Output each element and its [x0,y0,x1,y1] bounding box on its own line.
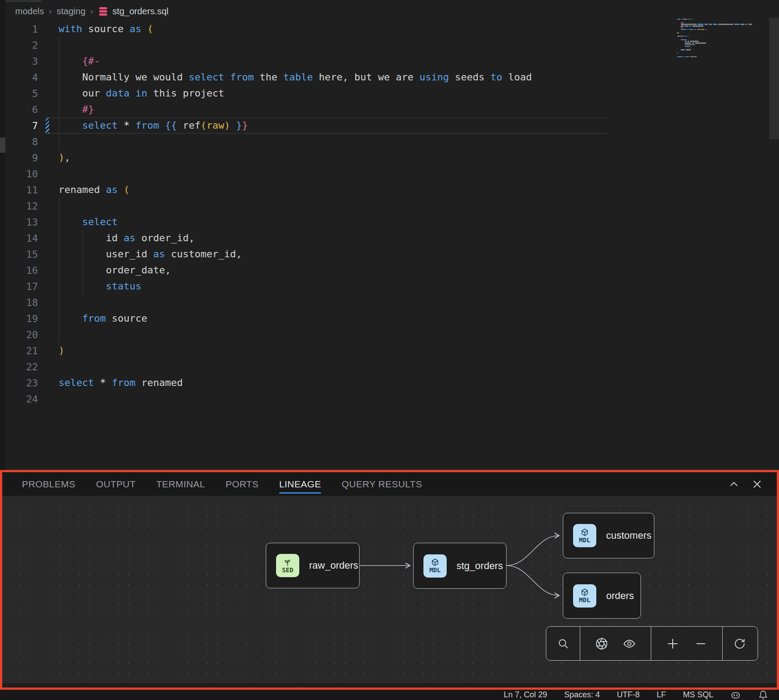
status-indentation[interactable]: Spaces: 4 [564,690,600,700]
chevron-up-icon[interactable] [729,479,739,490]
breadcrumb-file-name[interactable]: stg_orders.sql [113,6,169,17]
code-line[interactable]: 9), [5,150,779,166]
line-number: 13 [5,217,38,228]
code-text[interactable]: user_id as customer_id, [59,246,242,262]
panel-tab-output[interactable]: OUTPUT [96,472,136,496]
status-eol-sequence[interactable]: LF [657,690,666,700]
badge-label: SED [282,567,293,574]
seed-badge: SED [276,554,299,577]
code-line[interactable]: 5 our data in this project [5,85,779,101]
code-text[interactable]: our data in this project [59,85,224,101]
active-tab-top-border [5,0,41,2]
editor-scrollbar-thumb[interactable] [769,18,779,139]
lineage-canvas[interactable]: SED raw_orders MDL stg_orders MDL custom… [2,496,777,687]
code-line[interactable]: 7 select * from {{ ref(raw) }} [5,117,779,134]
line-number: 21 [5,345,38,356]
code-text[interactable]: id as order_id, [59,230,195,246]
code-line[interactable]: 14 id as order_id, [5,230,779,246]
search-icon[interactable] [557,637,570,650]
panel-tab-bar: PROBLEMSOUTPUTTERMINALPORTSLINEAGEQUERY … [2,472,777,496]
code-line[interactable]: 22 [5,359,779,375]
line-number: 9 [5,152,38,163]
code-text[interactable]: #} [59,101,94,117]
panel-header-actions [729,472,762,496]
panel-tab-terminal[interactable]: TERMINAL [156,472,205,496]
line-number: 12 [5,201,38,212]
rail-scrollbar-thumb[interactable] [0,138,5,153]
code-text[interactable]: status [59,278,141,294]
code-line[interactable]: 23select * from renamed [5,375,779,391]
code-line[interactable]: 8 [5,134,779,150]
line-number: 1 [5,24,38,35]
code-line[interactable]: 10 [5,166,779,182]
code-line[interactable]: 16 order_date, [5,262,779,278]
breadcrumb-item-models[interactable]: models [15,6,44,17]
code-text[interactable]: select [59,214,117,230]
panel-tab-ports[interactable]: PORTS [226,472,259,496]
code-text[interactable]: {#- [59,53,100,69]
code-line[interactable]: 3 {#- [5,53,779,69]
node-label: stg_orders [457,560,503,572]
bottom-panel: PROBLEMSOUTPUTTERMINALPORTSLINEAGEQUERY … [0,470,779,690]
code-line[interactable]: 11renamed as ( [5,182,779,198]
sprout-icon [283,558,292,567]
code-lines-container: 1with source as (23 {#-4 Normally we wou… [5,21,779,407]
code-line[interactable]: 24 [5,391,779,407]
panel-tab-query-results[interactable]: QUERY RESULTS [342,472,422,496]
breadcrumb-item-staging[interactable]: staging [57,6,86,17]
lineage-node-customers[interactable]: MDL customers [563,513,654,558]
lineage-node-raw-orders[interactable]: SED raw_orders [266,543,360,588]
code-line[interactable]: 20 [5,327,779,343]
code-line[interactable]: 4 Normally we would select from the tabl… [5,69,779,85]
code-line[interactable]: 21) [5,343,779,359]
code-text[interactable]: select * from renamed [59,375,183,391]
code-line[interactable]: 1with source as ( [5,21,779,37]
code-text[interactable]: Normally we would select from the table … [59,69,532,85]
line-number: 19 [5,313,38,324]
line-number: 15 [5,249,38,260]
aperture-icon[interactable] [595,637,608,650]
code-text[interactable]: ) [59,343,64,359]
lineage-node-orders[interactable]: MDL orders [563,573,641,619]
code-text[interactable]: ), [59,150,71,166]
line-number: 4 [5,72,38,83]
close-icon[interactable] [752,479,762,490]
database-icon [99,7,107,16]
panel-tab-problems[interactable]: PROBLEMS [22,472,75,496]
zoom-in-icon[interactable] [666,637,679,650]
code-line[interactable]: 15 user_id as customer_id, [5,246,779,262]
refresh-icon[interactable] [733,637,746,650]
minimap[interactable] [677,19,757,63]
code-line[interactable]: 6 #} [5,101,779,117]
breadcrumb-separator: › [90,6,93,16]
code-text[interactable]: renamed as ( [59,182,130,198]
node-label: customers [606,530,651,541]
status-language-mode[interactable]: MS SQL [683,690,713,700]
code-line[interactable]: 13 select [5,214,779,230]
code-line[interactable]: 18 [5,294,779,310]
cube-icon [580,528,589,537]
breadcrumb-separator: › [48,6,52,16]
eye-icon[interactable] [623,637,636,650]
lineage-node-stg-orders[interactable]: MDL stg_orders [413,543,507,589]
model-badge: MDL [573,524,596,547]
copilot-icon[interactable] [730,690,741,700]
zoom-out-icon[interactable] [694,637,708,650]
status-encoding[interactable]: UTF-8 [617,690,640,700]
badge-label: MDL [579,537,590,544]
edge-stg-to-customers [507,536,559,566]
code-text[interactable]: select * from {{ ref(raw) }} [59,117,248,134]
status-cursor-position[interactable]: Ln 7, Col 29 [504,690,547,700]
code-text[interactable]: with source as ( [59,21,153,37]
code-line[interactable]: 17 status [5,278,779,294]
code-text[interactable]: from source [59,310,147,327]
bell-icon[interactable] [758,690,768,700]
code-line[interactable]: 12 [5,198,779,214]
code-line[interactable]: 2 [5,37,779,53]
code-line[interactable]: 19 from source [5,310,779,327]
panel-tab-lineage[interactable]: LINEAGE [279,472,321,496]
code-text[interactable]: order_date, [59,262,171,278]
indent-guide [59,37,59,150]
badge-label: MDL [579,597,590,604]
model-badge: MDL [573,584,596,608]
